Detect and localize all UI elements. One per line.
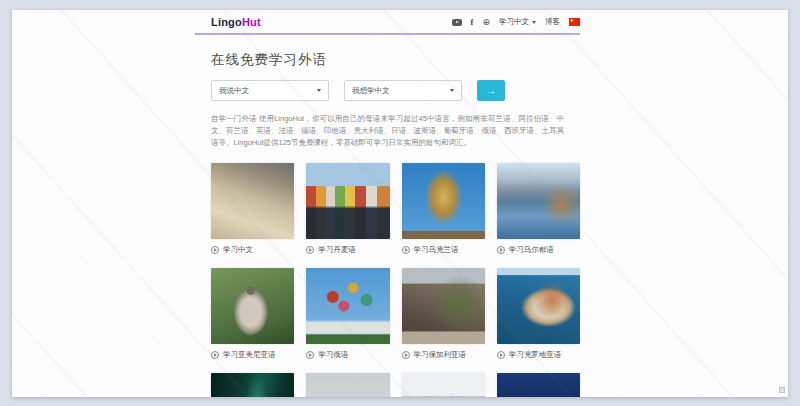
mountain-lake-photo xyxy=(497,163,580,239)
learn-language-value: 我想学中文 xyxy=(352,86,390,96)
play-icon xyxy=(306,246,314,254)
course-tile-chinese[interactable]: 学习中文 xyxy=(211,163,294,255)
dubrovnik-coast-photo xyxy=(497,268,580,344)
language-picker-row: 我说中文 我想学中文 → xyxy=(211,80,580,101)
tile-label: 学习亚美尼亚语 xyxy=(223,350,276,360)
webpage: LingoHut f ⊕ 学习中文 博客 在线免费学习外语 我说中文 我 xyxy=(12,10,788,397)
tile-label-row: 学习丹麦语 xyxy=(306,245,389,255)
page-title: 在线免费学习外语 xyxy=(211,51,580,69)
course-tile-partial-2[interactable] xyxy=(306,373,389,397)
logo-text-hut: Hut xyxy=(242,16,261,28)
youtube-icon[interactable] xyxy=(452,19,462,26)
course-grid: 学习中文 学习丹麦语 学习乌克兰语 xyxy=(211,163,580,397)
course-tile-russian[interactable]: 学习俄语 xyxy=(306,268,389,360)
tile-label-row: 学习俄语 xyxy=(306,350,389,360)
arrow-right-icon: → xyxy=(486,85,496,96)
tile-label-row: 学习乌尔都语 xyxy=(497,245,580,255)
course-tile-danish[interactable]: 学习丹麦语 xyxy=(306,163,389,255)
armenian-monastery-photo xyxy=(211,268,294,344)
great-wall-photo xyxy=(211,163,294,239)
course-tile-partial-4[interactable] xyxy=(497,373,580,397)
play-icon xyxy=(211,246,219,254)
speak-language-select[interactable]: 我说中文 xyxy=(211,80,329,101)
tile-label: 学习丹麦语 xyxy=(318,245,356,255)
play-icon xyxy=(211,351,219,359)
site-header: LingoHut f ⊕ 学习中文 博客 xyxy=(195,10,580,35)
belogradchik-fortress-photo xyxy=(402,268,485,344)
language-menu-label: 学习中文 xyxy=(499,17,529,27)
nyhavn-harbor-photo xyxy=(306,163,389,239)
tile-label: 学习乌尔都语 xyxy=(509,245,554,255)
play-icon xyxy=(497,351,505,359)
tile-label: 学习乌克兰语 xyxy=(414,245,459,255)
tile-label: 学习中文 xyxy=(223,245,253,255)
play-icon xyxy=(402,246,410,254)
gaudi-mosaic-chimneys-photo xyxy=(402,373,485,397)
logo-text-lingo: Lingo xyxy=(211,16,242,28)
site-logo[interactable]: LingoHut xyxy=(211,16,261,28)
course-tile-partial-1[interactable] xyxy=(211,373,294,397)
speak-language-value: 我说中文 xyxy=(219,86,249,96)
tile-label: 学习保加利亚语 xyxy=(414,350,467,360)
desktop-background: { "header": { "logo_part1": "Lingo", "lo… xyxy=(0,0,800,406)
chevron-down-icon xyxy=(317,89,321,92)
st-basils-cathedral-photo xyxy=(306,268,389,344)
header-nav: f ⊕ 学习中文 博客 xyxy=(452,17,580,27)
course-tile-urdu[interactable]: 学习乌尔都语 xyxy=(497,163,580,255)
play-icon xyxy=(497,246,505,254)
tile-label-row: 学习克罗地亚语 xyxy=(497,350,580,360)
course-tile-croatian[interactable]: 学习克罗地亚语 xyxy=(497,268,580,360)
scrollbar-corner xyxy=(779,387,785,393)
content-container: LingoHut f ⊕ 学习中文 博客 在线免费学习外语 我说中文 我 xyxy=(195,10,580,397)
tile-label-row: 学习乌克兰语 xyxy=(402,245,485,255)
tile-label: 学习克罗地亚语 xyxy=(509,350,562,360)
chevron-down-icon xyxy=(450,89,454,92)
go-button[interactable]: → xyxy=(477,80,505,101)
tile-label-row: 学习亚美尼亚语 xyxy=(211,350,294,360)
play-icon xyxy=(402,351,410,359)
course-tile-ukrainian[interactable]: 学习乌克兰语 xyxy=(402,163,485,255)
aurora-night-photo xyxy=(211,373,294,397)
tile-label-row: 学习保加利亚语 xyxy=(402,350,485,360)
learn-language-select[interactable]: 我想学中文 xyxy=(344,80,462,101)
play-icon xyxy=(306,351,314,359)
intro-paragraph: 自学一门外语 使用LingoHut，你可以用自己的母语来学习超过45中语言，例如… xyxy=(211,113,564,149)
blog-link[interactable]: 博客 xyxy=(545,17,560,27)
kyiv-angel-statue-photo xyxy=(402,163,485,239)
china-flag-icon[interactable] xyxy=(569,18,580,26)
tile-label-row: 学习中文 xyxy=(211,245,294,255)
chevron-down-icon xyxy=(532,21,536,24)
white-cathedral-dome-photo xyxy=(306,373,389,397)
language-menu[interactable]: 学习中文 xyxy=(499,17,536,27)
course-tile-armenian[interactable]: 学习亚美尼亚语 xyxy=(211,268,294,360)
course-tile-bulgarian[interactable]: 学习保加利亚语 xyxy=(402,268,485,360)
parliament-at-night-photo xyxy=(497,373,580,397)
facebook-icon[interactable]: f xyxy=(471,17,474,27)
tile-label: 学习俄语 xyxy=(318,350,348,360)
course-tile-partial-3[interactable] xyxy=(402,373,485,397)
globe-icon[interactable]: ⊕ xyxy=(482,18,490,27)
